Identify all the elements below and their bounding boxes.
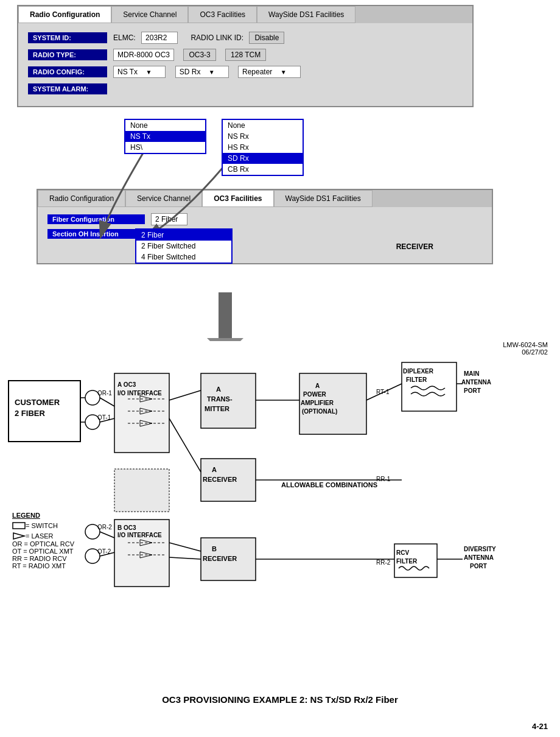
- svg-text:POWER: POWER: [303, 391, 327, 398]
- fiber-section: Fiber Configuration 2 Fiber Section OH I…: [38, 207, 492, 263]
- svg-marker-79: [13, 533, 24, 539]
- svg-text:(OPTIONAL): (OPTIONAL): [302, 408, 337, 415]
- svg-text:A: A: [216, 386, 221, 393]
- system-alarm-label: SYSTEM ALARM:: [28, 83, 107, 94]
- system-id-value: ELMC: 203R2 RADIO LINK ID: Disable: [113, 32, 288, 44]
- bottom-dialog: Radio Configuration Service Channel OC3 …: [37, 189, 493, 264]
- svg-text:TRANS-: TRANS-: [207, 395, 233, 403]
- dd-right-hs-rx[interactable]: HS Rx: [223, 142, 303, 153]
- dd-right-none[interactable]: None: [223, 120, 303, 131]
- radio-type-val2[interactable]: OC3-3: [183, 49, 215, 61]
- page-caption: OC3 PROVISIONING EXAMPLE 2: NS Tx/SD Rx/…: [0, 694, 560, 705]
- fiber-config-row: Fiber Configuration 2 Fiber: [47, 213, 482, 225]
- bottom-dialog-tabs: Radio Configuration Service Channel OC3 …: [38, 190, 492, 207]
- dd-right-cb-rx[interactable]: CB Rx: [223, 164, 303, 175]
- system-alarm-row: SYSTEM ALARM:: [28, 83, 463, 95]
- svg-text:I/O INTERFACE: I/O INTERFACE: [117, 532, 162, 538]
- svg-text:A: A: [212, 466, 217, 473]
- svg-marker-1: [207, 338, 243, 341]
- svg-text:A: A: [315, 383, 320, 389]
- elmc-label: ELMC:: [113, 34, 136, 42]
- bottom-tab-oc3[interactable]: OC3 Facilities: [202, 190, 273, 207]
- top-dialog-tabs: Radio Configuration Service Channel OC3 …: [18, 6, 472, 23]
- fiber-dd-2fiber-switched[interactable]: 2 Fiber Switched: [136, 241, 231, 252]
- radio-config-select3[interactable]: Repeater ▼: [238, 66, 301, 78]
- page-number: 4-21: [532, 722, 548, 731]
- bottom-tab-service-channel[interactable]: Service Channel: [125, 190, 202, 207]
- tab-service-channel[interactable]: Service Channel: [111, 6, 188, 23]
- svg-text:B: B: [212, 545, 217, 552]
- fiber-dropdown[interactable]: 2 Fiber 2 Fiber Switched 4 Fiber Switche…: [135, 228, 233, 264]
- radio-type-val3[interactable]: 128 TCM: [225, 49, 266, 61]
- radio-config-select1[interactable]: NS Tx ▼: [113, 66, 166, 78]
- system-id-label: SYSTEM ID:: [28, 32, 107, 43]
- fiber-dd-2fiber[interactable]: 2 Fiber: [136, 230, 231, 241]
- tab-oc3-facilities[interactable]: OC3 Facilities: [188, 6, 257, 23]
- bottom-tab-wayside[interactable]: WaySide DS1 Facilities: [274, 190, 373, 207]
- svg-text:RR-1: RR-1: [376, 476, 391, 482]
- combo-title: ALLOWABLE COMBINATIONS: [281, 481, 377, 488]
- radio-type-label: RADIO TYPE:: [28, 49, 107, 60]
- svg-text:OR-1: OR-1: [97, 390, 112, 397]
- disable-button[interactable]: Disable: [249, 32, 284, 44]
- legend-rr: RR = RADIO RCV: [12, 555, 74, 562]
- svg-text:AMPLIFIER: AMPLIFIER: [301, 400, 334, 406]
- svg-text:I/O INTERFACE: I/O INTERFACE: [117, 390, 162, 397]
- svg-text:B OC3: B OC3: [117, 524, 136, 531]
- radio-config-select2[interactable]: SD Rx ▼: [175, 66, 229, 78]
- svg-text:RR-2: RR-2: [376, 559, 391, 566]
- svg-rect-31: [114, 469, 169, 512]
- svg-text:DIPLEXER: DIPLEXER: [403, 368, 434, 375]
- svg-text:ANTENNA: ANTENNA: [461, 379, 491, 386]
- svg-line-73: [169, 557, 201, 559]
- legend-switch-label: = SWITCH: [26, 522, 58, 529]
- legend-title: LEGEND: [12, 512, 74, 519]
- dropdown-right[interactable]: None NS Rx HS Rx SD Rx CB Rx: [222, 119, 304, 176]
- allowable-combinations-section: ALLOWABLE COMBINATIONS OC3 IN XMTR RCVR …: [281, 481, 377, 490]
- svg-text:A OC3: A OC3: [117, 381, 136, 388]
- legend-box: LEGEND = SWITCH = LASER OR = OPTICAL RCV…: [12, 512, 74, 570]
- radio-type-row: RADIO TYPE: MDR-8000 OC3 OC3-3 128 TCM: [28, 49, 463, 61]
- radio-config-label: RADIO CONFIG:: [28, 66, 107, 77]
- fiber-dd-4fiber-switched[interactable]: 4 Fiber Switched: [136, 252, 231, 263]
- svg-text:RECEIVER: RECEIVER: [203, 476, 237, 483]
- svg-rect-78: [13, 523, 25, 529]
- svg-text:FILTER: FILTER: [406, 376, 427, 383]
- fiber-config-value[interactable]: 2 Fiber: [151, 213, 187, 225]
- svg-text:ANTENNA: ANTENNA: [464, 554, 494, 561]
- dropdown-left[interactable]: None NS Tx HS\: [124, 119, 206, 154]
- svg-line-72: [169, 543, 201, 551]
- tab-radio-config[interactable]: Radio Configuration: [18, 6, 111, 23]
- dd-left-hs[interactable]: HS\: [125, 142, 205, 153]
- section-oh-row: Section OH Insertion: [47, 229, 482, 239]
- svg-text:PORT: PORT: [464, 387, 481, 394]
- svg-text:PORT: PORT: [470, 563, 487, 570]
- bottom-tab-radio-config[interactable]: Radio Configuration: [38, 190, 125, 207]
- svg-line-69: [366, 384, 402, 400]
- top-dialog: Radio Configuration Service Channel OC3 …: [17, 5, 474, 107]
- svg-text:OR-2: OR-2: [97, 524, 112, 531]
- select3-arrow: ▼: [281, 69, 287, 76]
- dd-right-sd-rx[interactable]: SD Rx: [223, 153, 303, 164]
- tab-wayside-ds1[interactable]: WaySide DS1 Facilities: [257, 6, 355, 23]
- svg-text:FILTER: FILTER: [396, 558, 418, 565]
- legend-laser: = LASER: [12, 532, 74, 540]
- dd-left-ns-tx[interactable]: NS Tx: [125, 131, 205, 142]
- svg-line-66: [169, 390, 201, 400]
- section-oh-label: Section OH Insertion: [47, 229, 145, 239]
- laser-icon: [12, 532, 26, 540]
- elmc-input[interactable]: 203R2: [141, 32, 178, 44]
- svg-text:2 FIBER: 2 FIBER: [15, 409, 45, 418]
- system-alarm-value: [113, 83, 357, 95]
- dd-right-ns-rx[interactable]: NS Rx: [223, 131, 303, 142]
- svg-line-74: [100, 532, 114, 538]
- svg-text:CUSTOMER: CUSTOMER: [15, 398, 60, 407]
- dd-left-none[interactable]: None: [125, 120, 205, 131]
- svg-line-64: [100, 398, 114, 406]
- main-diagram: CUSTOMER 2 FIBER OR-1 OT-1 OR-2 OT-2 A O…: [0, 350, 560, 612]
- select1-arrow: ▼: [145, 69, 152, 76]
- svg-text:MAIN: MAIN: [464, 370, 480, 377]
- top-dialog-content: SYSTEM ID: ELMC: 203R2 RADIO LINK ID: Di…: [18, 23, 472, 106]
- receiver-bar: RECEIVER: [47, 242, 482, 257]
- select2-arrow: ▼: [209, 69, 215, 76]
